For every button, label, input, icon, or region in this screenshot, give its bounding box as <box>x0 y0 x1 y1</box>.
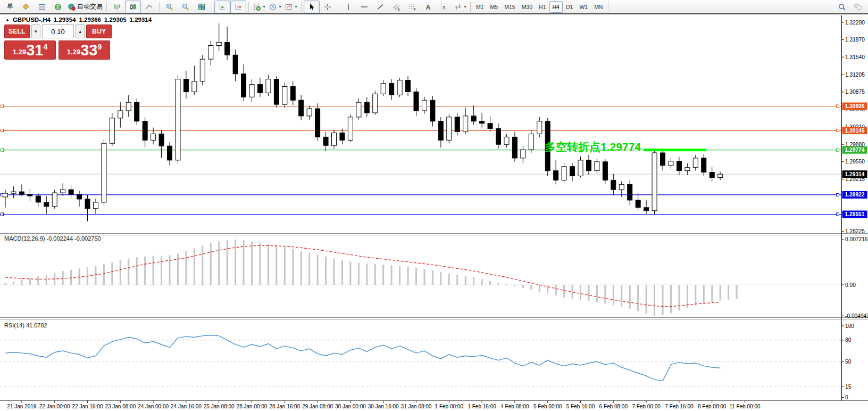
chevron-down-icon[interactable]: ▾ <box>263 4 265 9</box>
candle <box>381 84 386 94</box>
toolbar-bar-chart-button[interactable] <box>109 1 125 13</box>
toolbar-arrows-button[interactable]: ▾ <box>452 1 468 13</box>
candle <box>135 102 139 121</box>
candle <box>143 121 147 141</box>
timeframe-w1-button[interactable]: W1 <box>576 1 591 13</box>
toolbar-search-button[interactable] <box>834 1 850 13</box>
line-handle[interactable] <box>1 149 4 151</box>
toolbar-market-news-button[interactable] <box>50 1 66 13</box>
toolbar-periods-button[interactable]: ▾ <box>267 1 283 13</box>
toolbar-chart-shift-button[interactable] <box>230 1 246 13</box>
periods-icon <box>269 3 277 11</box>
vertical-line-icon <box>344 3 353 11</box>
toolbar-candlestick-chart-button[interactable] <box>125 1 141 13</box>
toolbar-vertical-line-button[interactable] <box>340 1 356 13</box>
chevron-down-icon[interactable]: ▾ <box>464 4 466 9</box>
collapse-arrow-icon[interactable]: ▲ <box>5 18 10 22</box>
buy-price-box[interactable]: 1.29339 <box>59 40 110 60</box>
toolbar-zoom-in-button[interactable] <box>162 1 178 13</box>
line-handle[interactable] <box>837 213 839 216</box>
date-label: 7 Feb 00:00 <box>632 404 661 409</box>
volume-increase-button[interactable]: ▲ <box>76 24 85 38</box>
timeframe-h4-button[interactable]: H4 <box>549 1 563 13</box>
toolbar-auto-trading-label: 自动交易 <box>77 2 103 11</box>
candle <box>307 109 312 116</box>
price-chart-canvas[interactable]: 多空转折点1.297741.322001.318701.315401.31205… <box>0 0 868 411</box>
candle <box>11 192 16 193</box>
candle <box>61 190 65 193</box>
candle <box>36 196 40 202</box>
toolbar-templates-button[interactable]: ▾ <box>283 1 299 13</box>
timeframe-h1-button[interactable]: H1 <box>536 1 549 13</box>
price-tick-label: 1.28225 <box>845 228 865 234</box>
toolbar-separator <box>301 2 302 12</box>
line-handle[interactable] <box>1 105 4 108</box>
line-handle[interactable] <box>1 213 4 216</box>
toolbar-crosshair-button[interactable] <box>320 1 336 13</box>
date-label: 28 Jan 16:00 <box>269 404 300 409</box>
sell-price-box[interactable]: 1.29314 <box>4 40 56 60</box>
buy-button[interactable]: BUY <box>86 24 112 38</box>
candle <box>669 161 673 166</box>
line-handle[interactable] <box>837 149 839 151</box>
volume-input[interactable] <box>42 24 74 38</box>
toolbar-text-label-button[interactable]: T <box>436 1 452 13</box>
timeframe-mn-button[interactable]: MN <box>591 1 606 13</box>
toolbar-text-button[interactable]: A <box>420 1 436 13</box>
rsi-tick-label: 0 <box>845 394 848 400</box>
toolbar-auto-scroll-button[interactable] <box>214 1 230 13</box>
candle <box>118 111 123 118</box>
candle <box>85 199 90 209</box>
toolbar-horizontal-line-button[interactable] <box>356 1 372 13</box>
candle <box>496 129 501 145</box>
toolbar-equidistant-channel-button[interactable]: E <box>388 1 404 13</box>
trend-segment[interactable] <box>644 149 706 151</box>
annotation-text[interactable]: 多空转折点1.29774 <box>545 141 641 153</box>
toolbar-auto-trading-button[interactable]: 自动交易 <box>66 1 104 13</box>
line-handle[interactable] <box>837 129 839 132</box>
zoom-out-icon <box>181 3 190 11</box>
timeframe-m5-button[interactable]: M5 <box>487 1 502 13</box>
toolbar-new-order-button[interactable] <box>18 1 34 13</box>
line-handle[interactable] <box>837 193 839 196</box>
svg-text:A: A <box>425 3 430 11</box>
price-tick-label: 1.29550 <box>845 159 865 165</box>
toolbar-order-menu-button[interactable]: 单 <box>2 1 18 13</box>
timeframe-m1-button[interactable]: M1 <box>473 1 487 13</box>
candle <box>3 193 8 197</box>
rsi-tick-label: 80 <box>845 337 852 343</box>
chevron-down-icon[interactable]: ▾ <box>279 4 281 9</box>
toolbar-zoom-out-button[interactable] <box>178 1 194 13</box>
candle <box>595 162 599 171</box>
timeframe-m30-button[interactable]: M30 <box>519 1 536 13</box>
toolbar-cursor-button[interactable] <box>304 1 320 13</box>
chevron-down-icon[interactable]: ▾ <box>295 4 297 9</box>
sell-button[interactable]: SELL <box>4 24 30 38</box>
candle <box>710 172 714 178</box>
candle <box>430 100 435 121</box>
toolbar-fibonacci-button[interactable]: F <box>404 1 420 13</box>
trend-line-icon <box>376 3 385 11</box>
search-icon <box>838 3 846 11</box>
timeframe-d1-button[interactable]: D1 <box>563 1 576 13</box>
volume-decrease-button[interactable]: ▼ <box>31 24 40 38</box>
toolbar-line-chart-button[interactable] <box>141 1 157 13</box>
date-label: 23 Jan 08:00 <box>105 404 136 409</box>
line-handle[interactable] <box>1 129 4 132</box>
price-tick-label: 1.31540 <box>845 54 865 60</box>
timeframe-m15-button[interactable]: M15 <box>501 1 518 13</box>
candle <box>200 59 205 81</box>
toolbar-indicators-button[interactable]: ▾ <box>251 1 267 13</box>
auto-scroll-icon <box>218 3 227 11</box>
date-label: 1 Feb 00:00 <box>435 404 464 409</box>
candle <box>702 158 706 172</box>
candle <box>332 133 337 145</box>
toolbar-chat-button[interactable] <box>850 1 866 13</box>
toolbar-tile-windows-button[interactable] <box>194 1 210 13</box>
line-handle[interactable] <box>837 105 839 108</box>
candle <box>44 202 49 207</box>
toolbar-new-chart-button[interactable] <box>34 1 50 13</box>
candle <box>19 192 24 194</box>
candle <box>471 116 476 121</box>
toolbar-trend-line-button[interactable] <box>372 1 388 13</box>
